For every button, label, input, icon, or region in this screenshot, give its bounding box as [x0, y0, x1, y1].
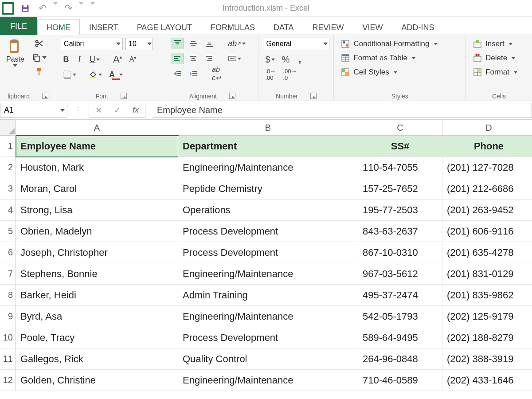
cell-C9[interactable]: 542-05-1793 [358, 306, 442, 327]
column-header-A[interactable]: A [16, 120, 178, 136]
cell-B4[interactable]: Operations [178, 200, 358, 221]
undo-button[interactable]: ↶ [36, 3, 49, 14]
paste-button[interactable]: Paste [4, 38, 26, 92]
row-header-10[interactable]: 10 [0, 327, 16, 348]
tab-addins[interactable]: ADD-INS [392, 19, 443, 35]
name-box-dropdown[interactable] [58, 109, 67, 112]
fill-color-button[interactable] [86, 69, 104, 80]
row-header-1[interactable]: 1 [0, 136, 16, 157]
cell-D5[interactable]: (201) 606-9116 [442, 221, 532, 242]
bold-button[interactable]: B [61, 54, 71, 65]
cell-D3[interactable]: (201) 212-6686 [442, 178, 532, 200]
cell-D4[interactable]: (201) 263-9452 [442, 200, 532, 221]
row-header-2[interactable]: 2 [0, 157, 16, 178]
row-header-11[interactable]: 11 [0, 348, 16, 370]
cell-C12[interactable]: 710-46-0589 [358, 370, 442, 391]
cell-B11[interactable]: Quality Control [178, 348, 358, 370]
format-cells-button[interactable]: Format [470, 66, 528, 78]
tab-insert[interactable]: INSERT [80, 19, 128, 35]
column-header-C[interactable]: C [358, 120, 442, 136]
tab-view[interactable]: VIEW [353, 19, 392, 35]
row-header-9[interactable]: 9 [0, 306, 16, 327]
row-header-5[interactable]: 5 [0, 221, 16, 242]
copy-button[interactable] [30, 52, 49, 63]
number-format-dropdown[interactable] [321, 38, 329, 50]
dialog-launcher-number[interactable] [310, 93, 317, 99]
cell-A8[interactable]: Barker, Heidi [16, 285, 178, 306]
row-header-7[interactable]: 7 [0, 263, 16, 285]
row-header-3[interactable]: 3 [0, 178, 16, 200]
cell-C7[interactable]: 967-03-5612 [358, 263, 442, 285]
column-header-D[interactable]: D [442, 120, 532, 136]
cell-D10[interactable]: (202) 188-8279 [442, 327, 532, 348]
cell-C10[interactable]: 589-64-9495 [358, 327, 442, 348]
cell-D9[interactable]: (202) 125-9179 [442, 306, 532, 327]
cell-A6[interactable]: Joseph, Christopher [16, 242, 178, 263]
underline-button[interactable]: U [87, 54, 102, 65]
cut-button[interactable] [30, 38, 49, 49]
header-cell-D[interactable]: Phone [442, 136, 532, 157]
orientation-button[interactable]: ab↗ [226, 38, 248, 49]
redo-button[interactable]: ↷ [62, 3, 74, 14]
conditional-formatting-button[interactable]: Conditional Formatting [338, 38, 461, 50]
row-header-12[interactable]: 12 [0, 370, 16, 391]
shrink-font-button[interactable]: A▾ [127, 54, 139, 65]
delete-cells-button[interactable]: Delete [470, 52, 528, 64]
font-color-button[interactable]: A [107, 69, 125, 80]
cell-B3[interactable]: Peptide Chemistry [178, 178, 358, 200]
cell-A10[interactable]: Poole, Tracy [16, 327, 178, 348]
row-header-4[interactable]: 4 [0, 200, 16, 221]
dialog-launcher-clipboard[interactable] [42, 93, 48, 99]
insert-function-button[interactable]: fx [126, 106, 145, 115]
redo-dropdown[interactable] [79, 5, 83, 12]
tab-home[interactable]: HOME [37, 19, 80, 35]
accounting-format-button[interactable]: $ [263, 54, 277, 65]
cancel-formula-button[interactable]: ✕ [89, 106, 108, 115]
font-size-input[interactable] [126, 38, 146, 50]
select-all-corner[interactable] [0, 120, 16, 136]
cell-B2[interactable]: Engineering/Maintenance [178, 157, 358, 178]
align-left-button[interactable] [171, 53, 184, 64]
cell-A4[interactable]: Strong, Lisa [16, 200, 178, 221]
insert-cells-button[interactable]: Insert [470, 38, 528, 50]
tab-file[interactable]: FILE [0, 17, 37, 35]
cell-A12[interactable]: Golden, Christine [16, 370, 178, 391]
cell-B6[interactable]: Process Development [178, 242, 358, 263]
merge-center-button[interactable] [226, 53, 243, 64]
undo-dropdown[interactable] [53, 5, 58, 12]
formula-input[interactable] [152, 103, 532, 118]
cell-C6[interactable]: 867-10-0310 [358, 242, 442, 263]
cell-A3[interactable]: Moran, Carol [16, 178, 178, 200]
row-header-6[interactable]: 6 [0, 242, 16, 263]
tab-data[interactable]: DATA [264, 19, 303, 35]
cell-D7[interactable]: (201) 831-0129 [442, 263, 532, 285]
cell-A2[interactable]: Houston, Mark [16, 157, 178, 178]
cell-A11[interactable]: Gallegos, Rick [16, 348, 178, 370]
name-box-input[interactable] [0, 106, 58, 115]
dialog-launcher-alignment[interactable] [229, 93, 235, 99]
cell-C2[interactable]: 110-54-7055 [358, 157, 442, 178]
format-as-table-button[interactable]: Format as Table [338, 52, 461, 64]
number-format-input[interactable] [263, 38, 321, 50]
comma-format-button[interactable]: , [294, 54, 305, 65]
dialog-launcher-font[interactable] [121, 93, 127, 99]
header-cell-C[interactable]: SS# [358, 136, 442, 157]
header-cell-A[interactable]: Employee Name [16, 136, 178, 157]
cell-D8[interactable]: (201) 835-9862 [442, 285, 532, 306]
grow-font-button[interactable]: A▴ [111, 54, 125, 65]
increase-indent-button[interactable] [187, 68, 200, 79]
cell-B5[interactable]: Process Development [178, 221, 358, 242]
italic-button[interactable]: I [74, 54, 85, 65]
font-name-dropdown[interactable] [115, 38, 122, 50]
cell-B10[interactable]: Process Development [178, 327, 358, 348]
increase-decimal-button[interactable]: .0←.00 [263, 69, 278, 80]
font-name-combo[interactable] [61, 38, 123, 50]
cell-A7[interactable]: Stephens, Bonnie [16, 263, 178, 285]
cell-C4[interactable]: 195-77-2503 [358, 200, 442, 221]
cell-D2[interactable]: (201) 127-7028 [442, 157, 532, 178]
align-center-button[interactable] [187, 53, 200, 64]
tab-review[interactable]: REVIEW [303, 19, 353, 35]
cell-B7[interactable]: Engineering/Maintenance [178, 263, 358, 285]
cell-C3[interactable]: 157-25-7652 [358, 178, 442, 200]
header-cell-B[interactable]: Department [178, 136, 358, 157]
